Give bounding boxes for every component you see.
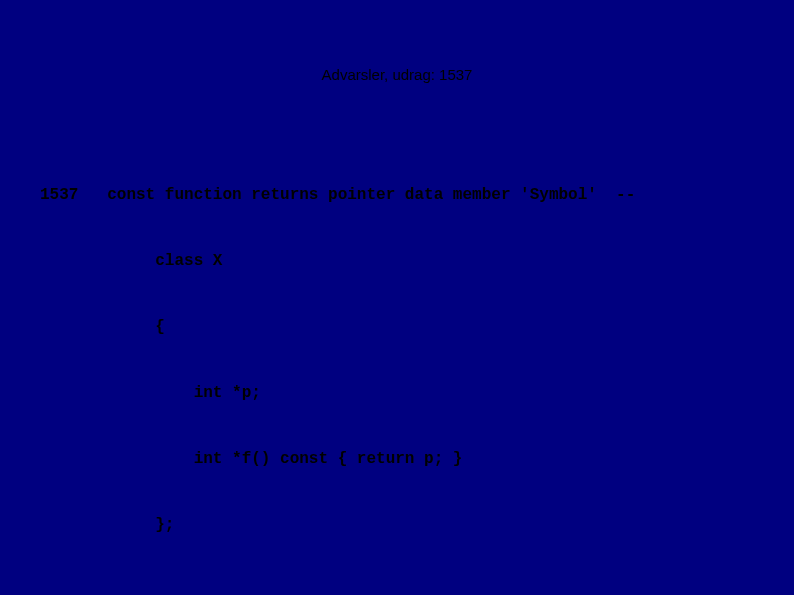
- warning-text-block: 1537 const function returns pointer data…: [40, 140, 645, 595]
- code-line: class X: [40, 250, 645, 272]
- code-line: {: [40, 316, 645, 338]
- code-line: };: [40, 514, 645, 536]
- document-page: Advarsler, udrag: 1537 1537 const functi…: [0, 0, 794, 595]
- code-line: int *p;: [40, 382, 645, 404]
- code-line: 1537 const function returns pointer data…: [40, 184, 645, 206]
- code-line: int *f() const { return p; }: [40, 448, 645, 470]
- page-title: Advarsler, udrag: 1537: [0, 66, 794, 83]
